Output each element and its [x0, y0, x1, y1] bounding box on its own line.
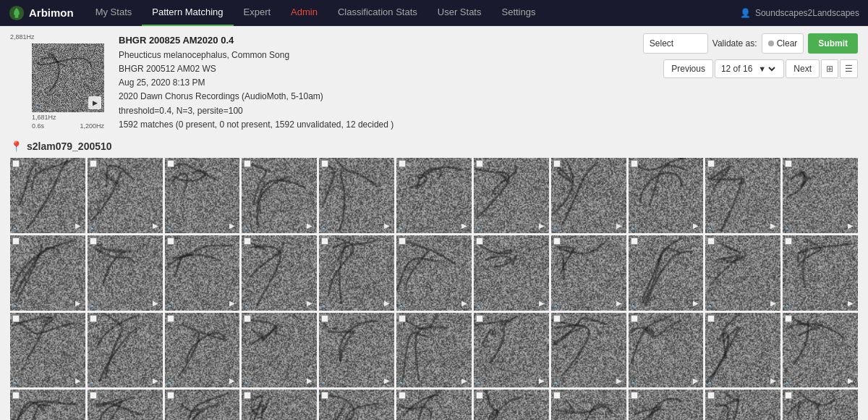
cell-play-button[interactable]: ▶	[614, 298, 624, 308]
spec-cell[interactable]: 🔊▶	[10, 235, 85, 311]
grid-view-button[interactable]: ⊞	[821, 59, 838, 78]
brand[interactable]: Arbimon	[9, 5, 74, 21]
nav-item-settings[interactable]: Settings	[491, 0, 545, 26]
spec-cell[interactable]: 🔊▶	[474, 235, 549, 311]
cell-checkbox[interactable]	[476, 160, 483, 167]
spec-cell[interactable]: 🔊▶	[705, 235, 780, 311]
cell-checkbox[interactable]	[244, 160, 251, 167]
cell-play-button[interactable]: ▶	[305, 375, 315, 385]
nav-item-my-stats[interactable]: My Stats	[85, 0, 142, 26]
cell-checkbox[interactable]	[321, 238, 328, 245]
spec-cell[interactable]: 🔊▶	[165, 313, 240, 388]
nav-item-pattern-matching[interactable]: Pattern Matching	[142, 0, 233, 26]
cell-checkbox[interactable]	[90, 160, 97, 167]
cell-play-button[interactable]: ▶	[768, 298, 778, 308]
cell-checkbox[interactable]	[90, 238, 97, 245]
nav-item-user-stats[interactable]: User Stats	[427, 0, 492, 26]
spec-cell[interactable]: 🔊▶	[396, 313, 472, 388]
nav-item-classification-stats[interactable]: Classification Stats	[328, 0, 427, 26]
spec-cell[interactable]: 🔊▶	[705, 313, 780, 388]
spec-cell[interactable]: 🔊▶	[242, 390, 317, 420]
cell-checkbox[interactable]	[553, 160, 561, 167]
cell-checkbox[interactable]	[167, 392, 174, 399]
spec-cell[interactable]: 🔊▶	[88, 313, 163, 388]
cell-checkbox[interactable]	[476, 392, 483, 399]
cell-checkbox[interactable]	[707, 315, 715, 322]
spec-cell[interactable]: 🔊▶	[705, 158, 780, 233]
cell-play-button[interactable]: ▶	[227, 221, 237, 231]
cell-checkbox[interactable]	[553, 238, 561, 245]
cell-checkbox[interactable]	[785, 315, 792, 322]
cell-checkbox[interactable]	[553, 315, 561, 322]
cell-play-button[interactable]: ▶	[846, 221, 856, 231]
spec-cell[interactable]: 🔊▶	[474, 158, 549, 233]
cell-checkbox[interactable]	[167, 160, 174, 167]
spec-cell[interactable]: 🔊▶	[10, 158, 85, 233]
cell-checkbox[interactable]	[321, 392, 328, 399]
cell-checkbox[interactable]	[399, 160, 406, 167]
cell-checkbox[interactable]	[631, 315, 638, 322]
spec-cell[interactable]: 🔊▶	[629, 158, 704, 233]
cell-play-button[interactable]: ▶	[614, 221, 624, 231]
cell-play-button[interactable]: ▶	[73, 298, 83, 308]
cell-checkbox[interactable]	[321, 315, 328, 322]
spec-cell[interactable]: 🔊▶	[783, 235, 858, 311]
spec-cell[interactable]: 🔊▶	[629, 235, 704, 311]
spec-cell[interactable]: 🔊▶	[88, 158, 163, 233]
cell-play-button[interactable]: ▶	[382, 221, 392, 231]
spec-cell[interactable]: 🔊▶	[474, 390, 549, 420]
cell-checkbox[interactable]	[12, 238, 20, 245]
cell-checkbox[interactable]	[476, 315, 483, 322]
cell-play-button[interactable]: ▶	[73, 375, 83, 385]
cell-checkbox[interactable]	[90, 392, 97, 399]
spec-cell[interactable]: 🔊▶	[551, 390, 626, 420]
spec-cell[interactable]: 🔊▶	[88, 235, 163, 311]
spec-cell[interactable]: 🔊▶	[783, 390, 858, 420]
spec-cell[interactable]: 🔊▶	[474, 313, 549, 388]
cell-checkbox[interactable]	[399, 392, 406, 399]
spec-cell[interactable]: 🔊▶	[551, 313, 626, 388]
spec-cell[interactable]: 🔊▶	[629, 313, 704, 388]
spec-cell[interactable]: 🔊▶	[705, 390, 780, 420]
spec-cell[interactable]: 🔊▶	[396, 390, 472, 420]
cell-play-button[interactable]: ▶	[614, 375, 624, 385]
cell-play-button[interactable]: ▶	[150, 221, 161, 231]
next-button[interactable]: Next	[786, 59, 820, 78]
cell-play-button[interactable]: ▶	[691, 298, 701, 308]
cell-play-button[interactable]: ▶	[459, 221, 469, 231]
spec-cell[interactable]: 🔊▶	[396, 235, 472, 311]
cell-checkbox[interactable]	[785, 238, 792, 245]
cell-checkbox[interactable]	[707, 392, 715, 399]
cell-play-button[interactable]: ▶	[150, 298, 161, 308]
cell-checkbox[interactable]	[12, 392, 20, 399]
spec-cell[interactable]: 🔊▶	[10, 390, 85, 420]
spec-cell[interactable]: 🔊▶	[319, 313, 394, 388]
cell-play-button[interactable]: ▶	[537, 221, 547, 231]
cell-checkbox[interactable]	[399, 238, 406, 245]
cell-checkbox[interactable]	[631, 238, 638, 245]
cell-checkbox[interactable]	[244, 315, 251, 322]
spec-cell[interactable]: 🔊▶	[88, 390, 163, 420]
previous-button[interactable]: Previous	[663, 59, 713, 78]
cell-play-button[interactable]: ▶	[150, 375, 161, 385]
spec-cell[interactable]: 🔊▶	[783, 158, 858, 233]
cell-play-button[interactable]: ▶	[227, 298, 237, 308]
cell-checkbox[interactable]	[244, 238, 251, 245]
cell-checkbox[interactable]	[707, 160, 715, 167]
cell-play-button[interactable]: ▶	[768, 375, 778, 385]
cell-checkbox[interactable]	[631, 392, 638, 399]
spec-cell[interactable]: 🔊▶	[242, 158, 317, 233]
spec-cell[interactable]: 🔊▶	[319, 158, 394, 233]
spec-cell[interactable]: 🔊▶	[783, 313, 858, 388]
cell-play-button[interactable]: ▶	[305, 298, 315, 308]
spec-cell[interactable]: 🔊▶	[242, 235, 317, 311]
spec-cell[interactable]: 🔊▶	[396, 158, 472, 233]
cell-play-button[interactable]: ▶	[459, 375, 469, 385]
cell-checkbox[interactable]	[12, 315, 20, 322]
cell-checkbox[interactable]	[476, 238, 483, 245]
cell-play-button[interactable]: ▶	[382, 375, 392, 385]
cell-play-button[interactable]: ▶	[305, 221, 315, 231]
list-view-button[interactable]: ☰	[840, 59, 858, 78]
cell-play-button[interactable]: ▶	[537, 375, 547, 385]
spec-cell[interactable]: 🔊▶	[551, 158, 626, 233]
